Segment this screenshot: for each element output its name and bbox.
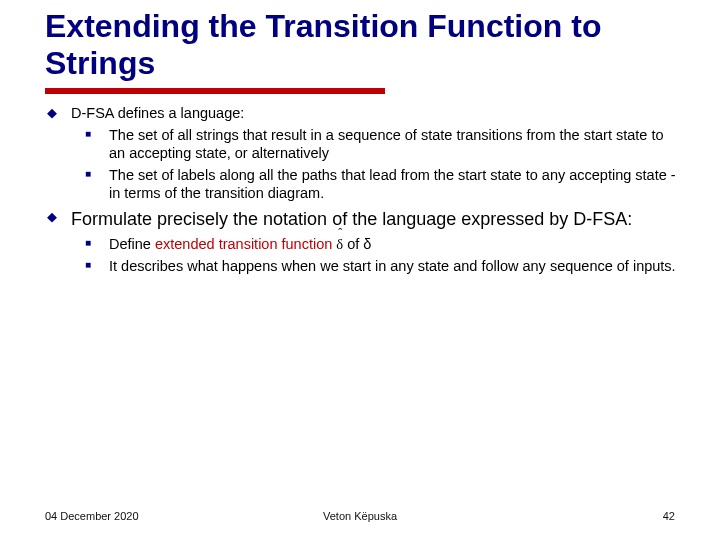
bullet-2-sub-1: Define extended transition function ˆδ o… bbox=[83, 235, 680, 253]
b2s1-hl: extended transition function bbox=[155, 236, 332, 252]
bullet-1: D-FSA defines a language: The set of all… bbox=[45, 104, 680, 203]
bullet-2-text: Formulate precisely the notation of the … bbox=[71, 209, 632, 229]
b2s1-pre: Define bbox=[109, 236, 155, 252]
title-underline bbox=[45, 88, 385, 94]
b2s1-post: of δ bbox=[343, 236, 371, 252]
bullet-1-sub-1: The set of all strings that result in a … bbox=[83, 126, 680, 162]
footer-author: Veton Këpuska bbox=[323, 510, 397, 522]
slide-footer: 04 December 2020 Veton Këpuska 42 bbox=[45, 510, 675, 522]
bullet-2-sub-2: It describes what happens when we start … bbox=[83, 257, 680, 275]
bullet-1-sub-2: The set of labels along all the paths th… bbox=[83, 166, 680, 202]
bullet-1-text: D-FSA defines a language: bbox=[71, 105, 244, 121]
footer-page: 42 bbox=[663, 510, 675, 522]
bullet-2: Formulate precisely the notation of the … bbox=[45, 208, 680, 275]
footer-date: 04 December 2020 bbox=[45, 510, 139, 522]
slide-body: D-FSA defines a language: The set of all… bbox=[45, 104, 680, 275]
page-title: Extending the Transition Function to Str… bbox=[45, 8, 680, 82]
delta-hat-icon: ˆδ bbox=[336, 235, 343, 253]
